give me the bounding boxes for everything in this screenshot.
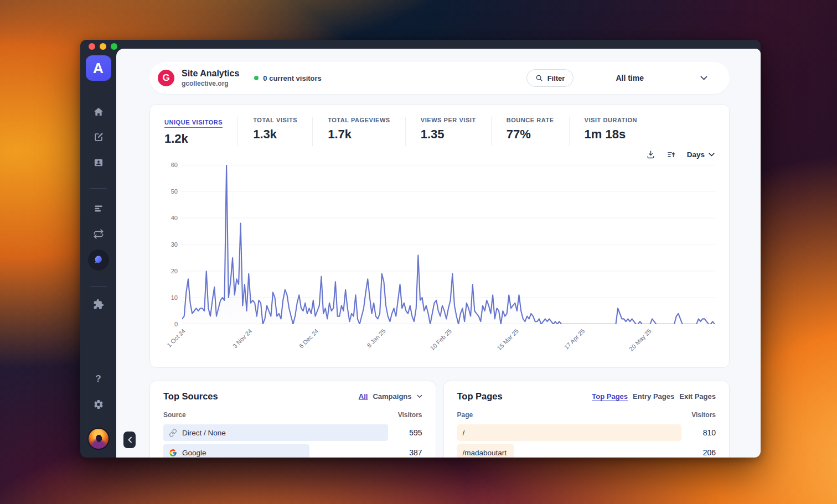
sidebar-divider xyxy=(90,188,107,189)
site-domain: gcollective.org xyxy=(182,80,239,87)
page-path: / xyxy=(463,429,465,437)
app-logo[interactable]: A xyxy=(86,55,111,81)
top-sources-title: Top Sources xyxy=(163,391,218,402)
compare-sort-icon[interactable] xyxy=(666,150,676,159)
window-titlebar xyxy=(80,40,761,49)
chart-x-axis: 1 Oct 243 Nov 246 Dec 248 Jan 2510 Feb 2… xyxy=(182,324,715,357)
filter-button[interactable]: Filter xyxy=(526,69,574,87)
sidebar-collapse-button[interactable] xyxy=(123,432,136,448)
source-row[interactable]: Google 387 xyxy=(163,444,422,458)
app-logo-letter: A xyxy=(93,61,104,75)
compose-icon[interactable] xyxy=(92,131,105,144)
interval-label: Days xyxy=(687,150,705,159)
date-range-selector[interactable]: All time xyxy=(616,74,644,82)
tab-top-pages[interactable]: Top Pages xyxy=(592,392,628,401)
link-icon xyxy=(169,429,177,437)
help-icon[interactable]: ? xyxy=(92,372,105,386)
source-row[interactable]: Direct / None 595 xyxy=(163,424,422,441)
list-icon[interactable] xyxy=(92,202,105,215)
source-name: Direct / None xyxy=(182,429,226,437)
metric-total-pageviews[interactable]: TOTAL PAGEVIEWS 1.7k xyxy=(328,117,406,146)
chevron-left-icon xyxy=(127,437,132,443)
app-sidebar: A xyxy=(80,40,116,458)
current-visitors: 0 current visitors xyxy=(254,74,322,82)
tab-exit-pages[interactable]: Exit Pages xyxy=(679,392,716,401)
site-title: Site Analytics xyxy=(182,69,239,79)
online-dot-icon xyxy=(254,76,259,80)
top-pages-card: Top Pages Top Pages Entry Pages Exit Pag… xyxy=(443,381,730,458)
chevron-down-icon xyxy=(709,153,715,157)
column-visitors: Visitors xyxy=(691,411,716,419)
analytics-panel: UNIQUE VISITORS 1.2k TOTAL VISITS 1.3k T… xyxy=(149,104,730,368)
filter-button-label: Filter xyxy=(547,74,565,82)
page-row[interactable]: /madaboutart 206 xyxy=(457,444,716,458)
plugins-icon[interactable] xyxy=(92,298,105,311)
page-bar xyxy=(457,424,682,441)
interval-dropdown[interactable]: Days xyxy=(687,150,715,159)
top-pages-title: Top Pages xyxy=(457,391,503,402)
page-path: /madaboutart xyxy=(463,449,507,457)
source-visitors: 387 xyxy=(388,448,422,457)
column-source: Source xyxy=(163,411,186,419)
metric-bounce-rate[interactable]: BOUNCE RATE 77% xyxy=(507,117,570,146)
desktop-wallpaper: A xyxy=(0,0,837,504)
stats-row: UNIQUE VISITORS 1.2k TOTAL VISITS 1.3k T… xyxy=(164,117,715,146)
top-sources-card: Top Sources All Campaigns Source Visitor… xyxy=(149,381,436,458)
home-icon[interactable] xyxy=(92,105,105,118)
sources-filter-campaigns[interactable]: Campaigns xyxy=(373,392,411,401)
page-visitors: 810 xyxy=(681,428,716,437)
user-avatar[interactable] xyxy=(87,428,110,450)
column-page: Page xyxy=(457,411,473,419)
chevron-down-icon[interactable] xyxy=(700,76,707,80)
current-visitors-label: 0 current visitors xyxy=(263,74,322,82)
google-icon xyxy=(169,449,177,457)
repeat-icon[interactable] xyxy=(92,227,105,241)
metric-visit-duration[interactable]: VISIT DURATION 1m 18s xyxy=(585,117,653,146)
media-icon[interactable] xyxy=(92,156,105,169)
metric-unique-visitors[interactable]: UNIQUE VISITORS 1.2k xyxy=(164,117,238,146)
page-row[interactable]: / 810 xyxy=(457,424,716,441)
source-visitors: 595 xyxy=(388,428,422,437)
column-visitors: Visitors xyxy=(398,411,422,419)
visitors-chart: 0102030405060 xyxy=(164,165,715,324)
chat-bubble-icon[interactable] xyxy=(88,250,109,271)
main-content: G Site Analytics gcollective.org 0 curre… xyxy=(116,49,761,458)
sources-filter-all[interactable]: All xyxy=(359,392,368,401)
page-visitors: 206 xyxy=(681,448,716,457)
settings-gear-icon[interactable] xyxy=(92,398,105,411)
analytics-app-window: A xyxy=(80,40,761,458)
source-name: Google xyxy=(182,449,206,457)
search-icon xyxy=(535,74,543,82)
metric-total-visits[interactable]: TOTAL VISITS 1.3k xyxy=(253,117,313,146)
chart-plot-area[interactable] xyxy=(182,165,715,324)
tab-entry-pages[interactable]: Entry Pages xyxy=(633,392,674,401)
chart-y-axis: 0102030405060 xyxy=(164,165,182,324)
metric-views-per-visit[interactable]: VIEWS PER VISIT 1.35 xyxy=(421,117,492,146)
breakdown-section: Top Sources All Campaigns Source Visitor… xyxy=(149,381,730,458)
chart-controls: Days xyxy=(164,147,715,162)
site-logo: G xyxy=(158,70,174,86)
download-icon[interactable] xyxy=(646,150,655,159)
site-header: G Site Analytics gcollective.org 0 curre… xyxy=(149,62,730,94)
chevron-down-icon[interactable] xyxy=(417,394,422,398)
sidebar-divider xyxy=(90,286,107,287)
